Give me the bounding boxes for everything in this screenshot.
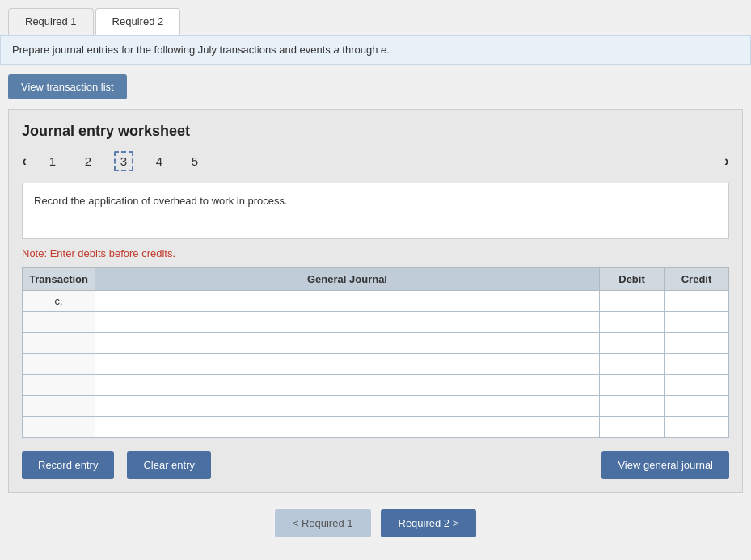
debit-cell-5[interactable] [600,375,665,396]
credit-cell-3[interactable] [665,333,729,354]
debit-input-3[interactable] [600,333,664,353]
general-journal-cell-7[interactable] [95,417,600,438]
table-row [23,375,729,396]
transaction-cell-3 [23,333,95,354]
header-general-journal: General Journal [95,268,600,291]
nav-number-3[interactable]: 3 [114,151,133,171]
journal-table: Transaction General Journal Debit Credit… [22,267,729,438]
instruction-text: Prepare journal entries for the followin… [12,44,390,56]
footer-navigation: < Required 1 Required 2 > [0,509,751,537]
nav-next-arrow[interactable]: › [724,153,729,170]
tabs-container: Required 1 Required 2 [0,0,751,35]
table-row: c. [23,291,729,312]
footer-prev-button[interactable]: < Required 1 [275,509,371,537]
credit-input-4[interactable] [665,354,728,374]
transaction-cell-6 [23,396,95,417]
transaction-cell-7 [23,417,95,438]
debit-cell-3[interactable] [600,333,665,354]
nav-number-4[interactable]: 4 [150,154,169,168]
record-entry-button[interactable]: Record entry [22,451,114,479]
nav-prev-arrow[interactable]: ‹ [22,153,27,170]
tab-required1[interactable]: Required 1 [8,8,94,35]
general-journal-cell-1[interactable] [95,291,600,312]
general-journal-input-2[interactable] [95,312,599,332]
debit-cell-7[interactable] [600,417,665,438]
clear-entry-button[interactable]: Clear entry [127,451,211,479]
credit-input-1[interactable] [665,291,728,311]
header-credit: Credit [665,268,729,291]
credit-cell-6[interactable] [665,396,729,417]
credit-input-6[interactable] [665,396,728,416]
general-journal-cell-5[interactable] [95,375,600,396]
transaction-cell-2 [23,312,95,333]
table-row [23,333,729,354]
debit-input-5[interactable] [600,375,664,395]
table-row [23,417,729,438]
view-general-journal-button[interactable]: View general journal [601,451,729,479]
nav-number-5[interactable]: 5 [185,154,205,168]
note-text: Note: Enter debits before credits. [22,247,729,259]
debit-input-6[interactable] [600,396,664,416]
debit-cell-6[interactable] [600,396,665,417]
transaction-cell-5 [23,375,95,396]
general-journal-input-6[interactable] [95,396,599,416]
credit-cell-4[interactable] [665,354,729,375]
debit-input-2[interactable] [600,312,664,332]
credit-cell-2[interactable] [665,312,729,333]
table-row [23,312,729,333]
view-transaction-button[interactable]: View transaction list [8,74,127,99]
debit-cell-4[interactable] [600,354,665,375]
debit-input-7[interactable] [600,417,664,437]
view-transaction-section: View transaction list [8,74,127,99]
navigation-row: ‹ 1 2 3 4 5 › [22,151,729,171]
nav-number-1[interactable]: 1 [43,154,62,168]
debit-input-1[interactable] [600,291,664,311]
credit-input-3[interactable] [665,333,728,353]
tab-required2[interactable]: Required 2 [95,8,181,35]
nav-number-2[interactable]: 2 [78,154,98,168]
debit-input-4[interactable] [600,354,664,374]
debit-cell-1[interactable] [600,291,665,312]
table-row [23,396,729,417]
general-journal-input-4[interactable] [95,354,599,374]
transaction-cell-1: c. [23,291,95,312]
credit-cell-7[interactable] [665,417,729,438]
credit-cell-5[interactable] [665,375,729,396]
general-journal-input-5[interactable] [95,375,599,395]
credit-input-2[interactable] [665,312,728,332]
worksheet-title: Journal entry worksheet [22,123,729,140]
general-journal-input-3[interactable] [95,333,599,353]
credit-input-7[interactable] [665,417,728,437]
instruction-bar: Prepare journal entries for the followin… [0,35,751,65]
general-journal-cell-3[interactable] [95,333,600,354]
transaction-cell-4 [23,354,95,375]
credit-input-5[interactable] [665,375,728,395]
general-journal-input-1[interactable] [95,291,599,311]
description-box: Record the application of overhead to wo… [22,183,729,239]
header-debit: Debit [600,268,665,291]
credit-cell-1[interactable] [665,291,729,312]
general-journal-input-7[interactable] [95,417,599,437]
bottom-buttons: Record entry Clear entry View general jo… [22,451,729,479]
debit-cell-2[interactable] [600,312,665,333]
worksheet-panel: Journal entry worksheet ‹ 1 2 3 4 5 › Re… [8,109,743,493]
general-journal-cell-2[interactable] [95,312,600,333]
footer-next-button[interactable]: Required 2 > [381,509,477,537]
table-row [23,354,729,375]
general-journal-cell-6[interactable] [95,396,600,417]
header-transaction: Transaction [23,268,95,291]
general-journal-cell-4[interactable] [95,354,600,375]
